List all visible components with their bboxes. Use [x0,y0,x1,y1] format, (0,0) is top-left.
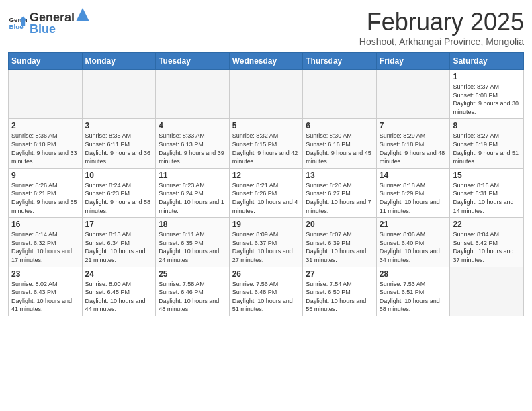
day-info: Sunrise: 7:56 AM Sunset: 6:48 PM Dayligh… [232,280,300,314]
calendar-cell [82,70,156,119]
calendar-cell: 8Sunrise: 8:27 AM Sunset: 6:19 PM Daylig… [450,119,524,168]
calendar-week-3: 9Sunrise: 8:26 AM Sunset: 6:21 PM Daylig… [9,168,524,217]
day-number: 1 [453,72,521,81]
calendar-cell: 5Sunrise: 8:32 AM Sunset: 6:15 PM Daylig… [229,119,303,168]
calendar-cell: 23Sunrise: 8:02 AM Sunset: 6:43 PM Dayli… [9,267,83,316]
weekday-header-saturday: Saturday [450,53,524,70]
day-info: Sunrise: 7:53 AM Sunset: 6:51 PM Dayligh… [380,280,447,314]
calendar-cell [229,70,303,119]
calendar-cell [156,70,230,119]
day-info: Sunrise: 8:04 AM Sunset: 6:42 PM Dayligh… [453,230,521,264]
day-info: Sunrise: 8:16 AM Sunset: 6:31 PM Dayligh… [453,181,521,215]
calendar-cell: 12Sunrise: 8:21 AM Sunset: 6:26 PM Dayli… [229,168,303,217]
day-number: 24 [85,269,153,279]
calendar-cell: 7Sunrise: 8:29 AM Sunset: 6:18 PM Daylig… [376,119,450,168]
calendar-week-5: 23Sunrise: 8:02 AM Sunset: 6:43 PM Dayli… [9,267,524,316]
calendar-cell: 11Sunrise: 8:23 AM Sunset: 6:24 PM Dayli… [156,168,230,217]
calendar-cell: 24Sunrise: 8:00 AM Sunset: 6:45 PM Dayli… [82,267,156,316]
day-info: Sunrise: 8:07 AM Sunset: 6:39 PM Dayligh… [306,230,373,264]
calendar-cell: 4Sunrise: 8:33 AM Sunset: 6:13 PM Daylig… [156,119,230,168]
day-number: 11 [159,171,226,180]
calendar-cell: 14Sunrise: 8:18 AM Sunset: 6:29 PM Dayli… [376,168,450,217]
day-info: Sunrise: 8:21 AM Sunset: 6:26 PM Dayligh… [232,181,300,215]
calendar-body: 1Sunrise: 8:37 AM Sunset: 6:08 PM Daylig… [9,70,524,316]
day-number: 28 [380,269,447,279]
day-info: Sunrise: 8:35 AM Sunset: 6:11 PM Dayligh… [85,132,153,165]
day-info: Sunrise: 8:30 AM Sunset: 6:16 PM Dayligh… [306,132,373,165]
day-number: 26 [232,269,300,279]
day-info: Sunrise: 8:29 AM Sunset: 6:18 PM Dayligh… [380,132,447,165]
day-info: Sunrise: 8:20 AM Sunset: 6:27 PM Dayligh… [306,181,373,215]
month-title: February 2025 [359,8,524,36]
day-number: 9 [11,171,79,180]
day-info: Sunrise: 8:23 AM Sunset: 6:24 PM Dayligh… [159,181,226,215]
weekday-header-monday: Monday [82,53,156,70]
day-number: 20 [306,220,373,229]
day-number: 12 [232,171,300,180]
calendar-cell: 19Sunrise: 8:09 AM Sunset: 6:37 PM Dayli… [229,218,303,267]
calendar-week-4: 16Sunrise: 8:14 AM Sunset: 6:32 PM Dayli… [9,218,524,267]
day-number: 22 [453,220,521,229]
logo: General Blue General Blue [8,8,91,36]
day-number: 18 [159,220,226,229]
header: General Blue General Blue February 2025 … [8,8,524,47]
day-info: Sunrise: 8:24 AM Sunset: 6:23 PM Dayligh… [85,181,153,215]
day-number: 14 [380,171,447,180]
day-info: Sunrise: 8:00 AM Sunset: 6:45 PM Dayligh… [85,280,153,314]
calendar-cell: 2Sunrise: 8:36 AM Sunset: 6:10 PM Daylig… [9,119,83,168]
location-subtitle: Hoshoot, Arkhangai Province, Mongolia [359,36,524,47]
calendar-cell: 27Sunrise: 7:54 AM Sunset: 6:50 PM Dayli… [303,267,377,316]
day-info: Sunrise: 8:13 AM Sunset: 6:34 PM Dayligh… [85,230,153,264]
calendar-cell: 9Sunrise: 8:26 AM Sunset: 6:21 PM Daylig… [9,168,83,217]
calendar-cell: 15Sunrise: 8:16 AM Sunset: 6:31 PM Dayli… [450,168,524,217]
weekday-header-wednesday: Wednesday [229,53,303,70]
day-number: 4 [159,121,226,130]
calendar-cell [450,267,524,316]
day-number: 23 [11,269,79,279]
day-number: 6 [306,121,373,130]
day-number: 3 [85,121,153,130]
calendar-cell: 1Sunrise: 8:37 AM Sunset: 6:08 PM Daylig… [450,70,524,119]
calendar-week-1: 1Sunrise: 8:37 AM Sunset: 6:08 PM Daylig… [9,70,524,119]
day-info: Sunrise: 7:58 AM Sunset: 6:46 PM Dayligh… [159,280,226,314]
calendar-cell [376,70,450,119]
calendar-cell: 3Sunrise: 8:35 AM Sunset: 6:11 PM Daylig… [82,119,156,168]
day-info: Sunrise: 8:11 AM Sunset: 6:35 PM Dayligh… [159,230,226,264]
day-number: 2 [11,121,79,130]
day-info: Sunrise: 8:06 AM Sunset: 6:40 PM Dayligh… [380,230,447,264]
day-number: 21 [380,220,447,229]
day-number: 16 [11,220,79,229]
day-info: Sunrise: 8:14 AM Sunset: 6:32 PM Dayligh… [11,230,79,264]
day-info: Sunrise: 8:33 AM Sunset: 6:13 PM Dayligh… [159,132,226,165]
day-info: Sunrise: 8:09 AM Sunset: 6:37 PM Dayligh… [232,230,300,264]
calendar-header: SundayMondayTuesdayWednesdayThursdayFrid… [9,53,524,70]
calendar-cell [9,70,83,119]
day-info: Sunrise: 8:32 AM Sunset: 6:15 PM Dayligh… [232,132,300,165]
title-area: February 2025 Hoshoot, Arkhangai Provinc… [359,8,524,47]
day-info: Sunrise: 8:18 AM Sunset: 6:29 PM Dayligh… [380,181,447,215]
calendar-cell: 6Sunrise: 8:30 AM Sunset: 6:16 PM Daylig… [303,119,377,168]
calendar-cell: 16Sunrise: 8:14 AM Sunset: 6:32 PM Dayli… [9,218,83,267]
weekday-header-thursday: Thursday [303,53,377,70]
svg-marker-3 [76,8,89,21]
day-info: Sunrise: 7:54 AM Sunset: 6:50 PM Dayligh… [306,280,373,314]
day-number: 17 [85,220,153,229]
calendar-cell: 21Sunrise: 8:06 AM Sunset: 6:40 PM Dayli… [376,218,450,267]
calendar-cell: 13Sunrise: 8:20 AM Sunset: 6:27 PM Dayli… [303,168,377,217]
day-info: Sunrise: 8:37 AM Sunset: 6:08 PM Dayligh… [453,83,521,116]
day-number: 8 [453,121,521,130]
calendar-cell: 10Sunrise: 8:24 AM Sunset: 6:23 PM Dayli… [82,168,156,217]
weekday-header-sunday: Sunday [9,53,83,70]
weekday-header-friday: Friday [376,53,450,70]
calendar-cell: 26Sunrise: 7:56 AM Sunset: 6:48 PM Dayli… [229,267,303,316]
day-info: Sunrise: 8:27 AM Sunset: 6:19 PM Dayligh… [453,132,521,165]
day-info: Sunrise: 8:02 AM Sunset: 6:43 PM Dayligh… [11,280,79,314]
day-number: 15 [453,171,521,180]
weekday-header-tuesday: Tuesday [156,53,230,70]
calendar-cell: 20Sunrise: 8:07 AM Sunset: 6:39 PM Dayli… [303,218,377,267]
calendar-cell [303,70,377,119]
calendar-cell: 25Sunrise: 7:58 AM Sunset: 6:46 PM Dayli… [156,267,230,316]
calendar-week-2: 2Sunrise: 8:36 AM Sunset: 6:10 PM Daylig… [9,119,524,168]
weekday-header-row: SundayMondayTuesdayWednesdayThursdayFrid… [9,53,524,70]
calendar-table: SundayMondayTuesdayWednesdayThursdayFrid… [8,52,524,316]
